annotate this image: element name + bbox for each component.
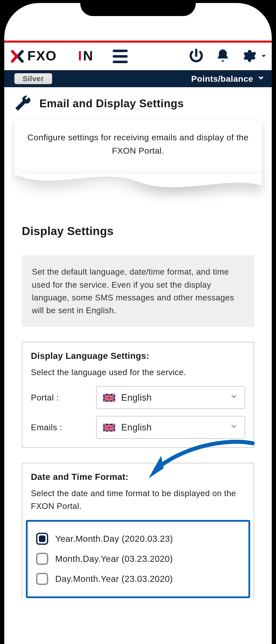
date-panel-title: Date and Time Format: [31, 472, 245, 482]
wrench-icon [14, 94, 32, 113]
section-note: Set the default language, date/time form… [22, 255, 254, 327]
date-format-label: Day.Month.Year (23.03.2020) [55, 574, 173, 584]
radio-checked-icon [36, 533, 48, 545]
status-bar: Silver Points/balance [4, 70, 272, 87]
date-format-label: Year.Month.Day (2020.03.23) [55, 534, 173, 544]
uk-flag-icon [103, 423, 115, 432]
portal-language-value: English [121, 392, 152, 403]
svg-text:I: I [78, 49, 82, 63]
chevron-down-icon[interactable] [261, 53, 267, 60]
date-format-option-ymd[interactable]: Year.Month.Day (2020.03.23) [36, 529, 240, 549]
date-format-label: Month.Day.Year (03.23.2020) [55, 554, 173, 564]
svg-text:FXO: FXO [27, 49, 57, 63]
brand-logo[interactable]: FXO I N [10, 49, 105, 64]
svg-rect-13 [103, 427, 115, 428]
emails-language-select[interactable]: English [96, 416, 245, 439]
date-format-option-mdy[interactable]: Month.Day.Year (03.23.2020) [36, 549, 240, 569]
date-panel-desc: Select the date and time format to be di… [31, 487, 245, 512]
intro-text: Configure settings for receiving emails … [27, 133, 248, 155]
phone-notch [80, 3, 196, 16]
page-title: Email and Display Settings [39, 97, 184, 110]
emails-language-value: English [121, 422, 152, 433]
points-balance-label: Points/balance [191, 74, 253, 84]
points-balance-toggle[interactable]: Points/balance [191, 74, 265, 84]
date-format-option-dmy[interactable]: Day.Month.Year (23.03.2020) [36, 569, 240, 589]
menu-button[interactable] [113, 50, 128, 63]
svg-rect-8 [103, 397, 115, 398]
language-panel-desc: Select the language used for the service… [31, 366, 245, 379]
portal-language-label: Portal : [31, 393, 89, 402]
chevron-down-icon [230, 422, 238, 433]
bell-icon[interactable] [215, 48, 231, 65]
gear-icon[interactable] [241, 48, 257, 65]
torn-edge [14, 174, 262, 197]
app-header: FXO I N [4, 43, 272, 70]
portal-language-select[interactable]: English [96, 386, 245, 409]
language-panel-title: Display Language Settings: [31, 351, 245, 361]
tier-badge: Silver [14, 73, 52, 84]
svg-text:N: N [83, 49, 93, 63]
radio-unchecked-icon [36, 573, 48, 585]
intro-card: Configure settings for receiving emails … [14, 120, 262, 175]
chevron-down-icon [230, 392, 238, 403]
logo-mark-icon [10, 49, 25, 64]
accent-line [4, 41, 272, 43]
page-title-row: Email and Display Settings [4, 87, 272, 120]
language-settings-panel: Display Language Settings: Select the la… [22, 342, 254, 448]
logo-wordmark-icon: FXO I N [27, 49, 105, 64]
chevron-down-icon [257, 74, 265, 83]
svg-point-0 [16, 55, 19, 58]
power-icon[interactable] [188, 48, 204, 65]
date-format-panel: Date and Time Format: Select the date an… [22, 463, 254, 598]
uk-flag-icon [103, 394, 115, 402]
section-heading: Display Settings [4, 197, 272, 245]
date-format-highlight: Year.Month.Day (2020.03.23) Month.Day.Ye… [26, 520, 250, 598]
emails-language-label: Emails : [31, 422, 89, 432]
radio-unchecked-icon [36, 553, 48, 565]
